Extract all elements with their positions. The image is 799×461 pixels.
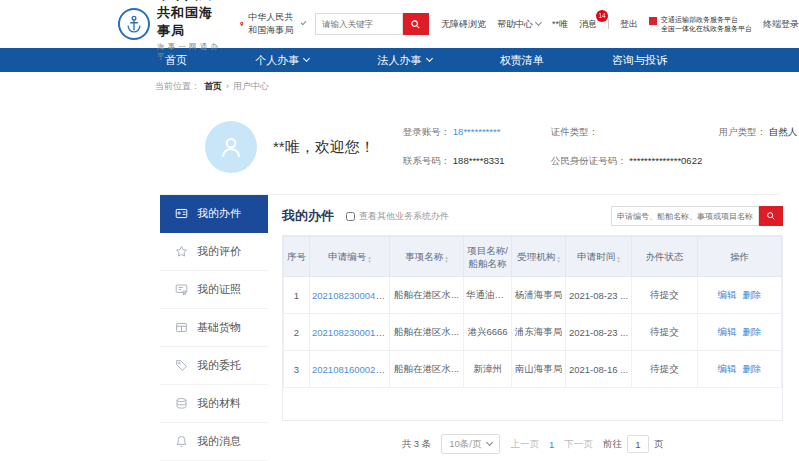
prev-page-button[interactable]: 上一页	[510, 438, 539, 451]
nav-home-label: 首页	[165, 53, 187, 68]
cert-type-label: 证件类型：	[551, 126, 599, 137]
materials-icon	[175, 397, 188, 410]
chevron-down-icon	[303, 55, 310, 62]
page-size-value: 10条/页	[449, 438, 481, 451]
goto-page-input[interactable]	[627, 435, 649, 453]
user-type-label: 用户类型：	[719, 126, 767, 137]
terminal-login-link[interactable]: 终端登录	[763, 18, 799, 31]
location-pin-icon	[239, 18, 245, 30]
sidebar-label: 我的消息	[197, 434, 241, 449]
sidebar-item-my-messages[interactable]: 我的消息	[160, 423, 268, 461]
apply-no-link[interactable]: 202108160002201	[312, 364, 390, 375]
table-row: 1 202108230004154 船舶在港区水... 华通油058 杨浦海事局…	[284, 277, 782, 314]
nav-item-duty-list[interactable]: 权责清单	[500, 53, 544, 68]
delegation-icon	[175, 359, 188, 372]
nav-item-legal[interactable]: 法人办事	[378, 53, 432, 68]
page-number-1[interactable]: 1	[549, 439, 554, 450]
nav-duty-label: 权责清单	[500, 53, 544, 68]
cell-matter: 船舶在港区水...	[390, 314, 464, 351]
total-count: 共 3 条	[402, 438, 432, 451]
messages-label: 消息	[579, 18, 597, 31]
region-selector[interactable]: 中华人民共和国海事局	[239, 11, 305, 37]
platform-square-icon	[649, 17, 657, 25]
col-label: 事项名称	[405, 251, 443, 262]
table-row: 2 202108230001241 船舶在港区水... 港兴6666 浦东海事局…	[284, 314, 782, 351]
username-link[interactable]: **唯	[552, 18, 568, 31]
platform-text: 交通运输部政务服务平台 全国一体化在线政务服务平台	[661, 15, 752, 34]
edit-link[interactable]: 编辑	[718, 289, 737, 300]
cell-matter: 船舶在港区水...	[390, 277, 464, 314]
user-panel: **唯，欢迎您！ 登录账号： 18********** 证件类型： 用户类型： …	[160, 100, 780, 195]
delete-link[interactable]: 删除	[743, 363, 762, 374]
cell-time: 2021-08-16 ...	[566, 351, 632, 388]
sidebar-item-my-materials[interactable]: 我的材料	[160, 385, 268, 423]
logout-link[interactable]: 登出	[620, 18, 638, 31]
delete-link[interactable]: 删除	[743, 289, 762, 300]
case-search-button[interactable]	[759, 206, 783, 226]
breadcrumb-home[interactable]: 首页	[204, 80, 222, 93]
table-header-row: 序号 申请编号▴▾ 事项名称▴▾ 项目名称/船舶名称 受理机构▴▾ 申请时间▴▾…	[284, 237, 782, 277]
phone-value: 188****8331	[453, 155, 505, 166]
goto-prefix: 前往	[603, 438, 622, 451]
chevron-down-icon	[300, 20, 306, 26]
nav-item-consult[interactable]: 咨询与投诉	[612, 53, 667, 68]
main-panel: 我的办件 查看其他业务系统办件 序号	[268, 195, 783, 461]
cell-agency: 浦东海事局	[512, 314, 566, 351]
breadcrumb: 当前位置： 首页 › 用户中心	[0, 72, 799, 100]
cell-status: 待提交	[632, 351, 698, 388]
col-label: 申请编号	[328, 251, 366, 262]
apply-no-link[interactable]: 202108230004154	[312, 290, 390, 301]
edit-link[interactable]: 编辑	[718, 326, 737, 337]
sidebar-item-my-delegations[interactable]: 我的委托	[160, 347, 268, 385]
header-search-input[interactable]	[315, 13, 403, 35]
cell-status: 待提交	[632, 314, 698, 351]
phone-label: 联系号码：	[403, 155, 451, 166]
gov-platform-link[interactable]: 交通运输部政务服务平台 全国一体化在线政务服务平台	[649, 15, 752, 34]
col-header-actions: 操作	[698, 237, 782, 277]
goto-page: 前往 页	[603, 435, 664, 453]
cell-time: 2021-08-23 ...	[566, 314, 632, 351]
col-header-time[interactable]: 申请时间▴▾	[566, 237, 632, 277]
login-account-label: 登录账号：	[403, 126, 451, 137]
messages-link[interactable]: 消息 14	[579, 18, 597, 31]
header-search-button[interactable]	[403, 13, 429, 35]
sidebar-label: 我的委托	[197, 358, 241, 373]
case-search-input[interactable]	[611, 206, 759, 226]
header-search	[315, 13, 429, 35]
user-type-field: 用户类型： 自然人	[719, 126, 799, 139]
page-size-select[interactable]: 10条/页	[441, 434, 500, 454]
cell-matter: 船舶在港区水...	[390, 351, 464, 388]
col-header-status: 办件状态	[632, 237, 698, 277]
welcome-text: **唯，欢迎您！	[273, 138, 375, 157]
delete-link[interactable]: 删除	[743, 326, 762, 337]
breadcrumb-prefix: 当前位置：	[155, 80, 200, 93]
sidebar-label: 我的办件	[197, 206, 241, 221]
nav-item-personal[interactable]: 个人办事	[255, 53, 309, 68]
col-header-apply-no[interactable]: 申请编号▴▾	[310, 237, 390, 277]
nav-item-home[interactable]: 首页	[165, 53, 187, 68]
cell-ship: 港兴6666	[464, 314, 512, 351]
col-header-project-ship: 项目名称/船舶名称	[464, 237, 512, 277]
col-header-index: 序号	[284, 237, 310, 277]
apply-no-link[interactable]: 202108230001241	[312, 327, 390, 338]
help-center-link[interactable]: 帮助中心	[497, 18, 541, 31]
accessibility-link[interactable]: 无障碍浏览	[441, 18, 486, 31]
goto-suffix: 页	[654, 438, 664, 451]
sidebar-item-my-cases[interactable]: 我的办件	[160, 195, 268, 233]
cell-ship: 华通油058	[464, 277, 512, 314]
other-systems-checkbox[interactable]	[346, 212, 355, 221]
sidebar-label: 基础货物	[197, 320, 241, 335]
sidebar-item-my-reviews[interactable]: 我的评价	[160, 233, 268, 271]
cell-ship: 新漳州	[464, 351, 512, 388]
user-icon	[216, 132, 246, 162]
col-header-agency[interactable]: 受理机构▴▾	[512, 237, 566, 277]
sidebar-item-basic-cargo[interactable]: 基础货物	[160, 309, 268, 347]
msa-emblem-icon	[118, 8, 150, 40]
sidebar-item-my-certificates[interactable]: 我的证照	[160, 271, 268, 309]
edit-link[interactable]: 编辑	[718, 363, 737, 374]
top-header: 中华人民共和国海事局 海事一网通办平台 中华人民共和国海事局 无障碍浏览 帮助中…	[0, 0, 799, 48]
next-page-button[interactable]: 下一页	[564, 438, 593, 451]
breadcrumb-separator: ›	[226, 81, 229, 91]
col-header-matter[interactable]: 事项名称▴▾	[390, 237, 464, 277]
page-title: 我的办件	[282, 207, 334, 225]
